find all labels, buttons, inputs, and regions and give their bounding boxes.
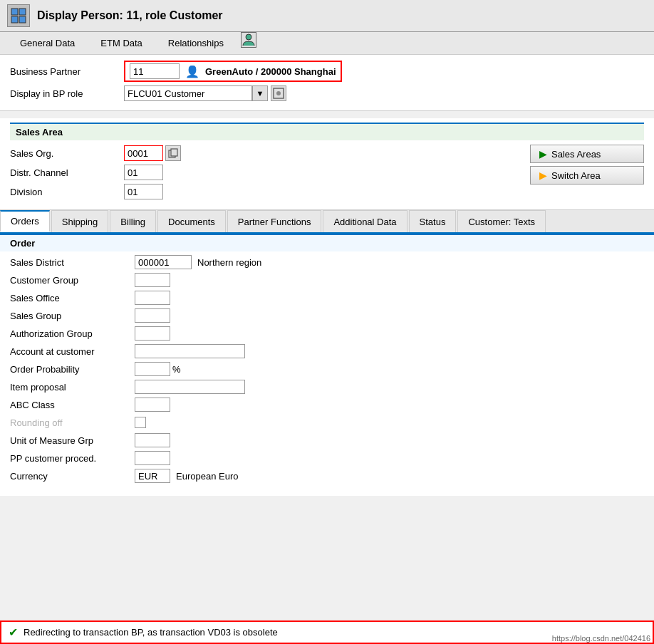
order-section: Order Sales District Northern region Cus… xyxy=(0,234,654,496)
copy-org-icon[interactable] xyxy=(165,145,181,161)
order-row-rounding: Rounding off xyxy=(10,415,644,430)
sales-org-row: Sales Org. xyxy=(10,145,530,162)
order-row-customer-group: Customer Group xyxy=(10,272,644,288)
switch-area-icon: ▶ xyxy=(539,170,547,181)
label-sales-district: Sales District xyxy=(10,257,135,268)
status-message: Redirecting to transaction BP, as transa… xyxy=(24,627,278,638)
distr-channel-label: Distr. Channel xyxy=(10,167,124,178)
label-currency: Currency xyxy=(10,471,135,482)
order-row-uom: Unit of Measure Grp xyxy=(10,432,644,448)
app-icon xyxy=(7,4,30,27)
svg-rect-3 xyxy=(19,16,26,23)
label-account: Account at customer xyxy=(10,346,135,357)
business-partner-form: Business Partner 👤 GreenAuto / 200000 Sh… xyxy=(0,55,654,111)
percent-sign: % xyxy=(172,364,181,375)
order-row-currency: Currency European Euro xyxy=(10,468,644,484)
sales-area-section: Sales Area Sales Org. Distr. Channel Div… xyxy=(0,118,654,210)
tab-additional-data[interactable]: Additional Data xyxy=(323,210,407,232)
order-form: Sales District Northern region Customer … xyxy=(0,251,654,489)
tab-status[interactable]: Status xyxy=(409,210,457,232)
input-account[interactable] xyxy=(135,344,245,358)
watermark: https://blog.csdn.net/042416 xyxy=(552,634,650,643)
svg-rect-2 xyxy=(11,16,18,23)
label-pp: PP customer proced. xyxy=(10,453,135,464)
value-currency: European Euro xyxy=(176,471,238,482)
role-input[interactable] xyxy=(124,85,252,101)
svg-rect-8 xyxy=(171,149,177,156)
order-row-sales-office: Sales Office xyxy=(10,290,644,306)
tab-relationships[interactable]: Relationships xyxy=(155,32,237,54)
checkbox-rounding[interactable] xyxy=(135,417,146,428)
order-row-abc-class: ABC Class xyxy=(10,397,644,412)
bp-row: Business Partner 👤 GreenAuto / 200000 Sh… xyxy=(10,61,644,82)
input-item-proposal[interactable] xyxy=(135,380,245,394)
tab-partner-functions[interactable]: Partner Functions xyxy=(227,210,322,232)
tab-shipping[interactable]: Shipping xyxy=(51,210,109,232)
status-ok-icon: ✔ xyxy=(9,625,18,639)
tab-billing[interactable]: Billing xyxy=(110,210,156,232)
sales-areas-button[interactable]: ▶ Sales Areas xyxy=(530,145,644,163)
order-section-header: Order xyxy=(0,234,654,251)
distr-channel-input[interactable] xyxy=(124,165,163,180)
tab-etm-data[interactable]: ETM Data xyxy=(88,32,155,54)
label-auth-group: Authorization Group xyxy=(10,328,135,339)
person-icon: 👤 xyxy=(185,65,199,78)
svg-point-4 xyxy=(246,34,251,40)
input-sales-district[interactable] xyxy=(135,255,192,269)
division-row: Division xyxy=(10,183,530,200)
bp-number-input[interactable] xyxy=(130,63,180,79)
input-pp[interactable] xyxy=(135,451,170,465)
order-row-sales-district: Sales District Northern region xyxy=(10,254,644,270)
tab-customer-texts[interactable]: Customer: Texts xyxy=(457,210,546,232)
input-sales-group[interactable] xyxy=(135,308,170,323)
input-sales-office[interactable] xyxy=(135,291,170,305)
division-input[interactable] xyxy=(124,184,163,199)
distr-channel-row: Distr. Channel xyxy=(10,164,530,181)
label-rounding: Rounding off xyxy=(10,417,135,428)
label-sales-office: Sales Office xyxy=(10,293,135,303)
svg-point-6 xyxy=(276,91,281,95)
label-abc-class: ABC Class xyxy=(10,400,135,410)
input-uom[interactable] xyxy=(135,433,170,447)
input-probability[interactable] xyxy=(135,362,170,376)
order-row-account: Account at customer xyxy=(10,343,644,359)
order-row-item-proposal: Item proposal xyxy=(10,379,644,395)
order-row-sales-group: Sales Group xyxy=(10,308,644,323)
input-customer-group[interactable] xyxy=(135,273,170,287)
input-auth-group[interactable] xyxy=(135,326,170,341)
label-probability: Order Probability xyxy=(10,364,135,375)
order-row-pp: PP customer proced. xyxy=(10,450,644,466)
sales-areas-label: Sales Areas xyxy=(551,149,601,160)
tab-orders[interactable]: Orders xyxy=(0,210,50,232)
title-bar: Display Person: 11, role Customer xyxy=(0,0,654,32)
order-row-auth-group: Authorization Group xyxy=(10,326,644,341)
relationships-icon[interactable] xyxy=(241,32,256,48)
division-label: Division xyxy=(10,187,124,197)
input-currency[interactable] xyxy=(135,469,170,483)
sub-tab-bar: Orders Shipping Billing Documents Partne… xyxy=(0,210,654,234)
bp-name: GreenAuto / 200000 Shanghai xyxy=(205,66,336,77)
bp-label: Business Partner xyxy=(10,66,124,77)
sales-org-label: Sales Org. xyxy=(10,148,124,159)
order-row-probability: Order Probability % xyxy=(10,361,644,377)
sales-areas-icon: ▶ xyxy=(539,148,547,160)
tab-documents[interactable]: Documents xyxy=(157,210,226,232)
tab-general-data[interactable]: General Data xyxy=(7,32,88,54)
page-title: Display Person: 11, role Customer xyxy=(37,9,223,22)
dropdown-icon[interactable]: ▼ xyxy=(252,85,268,101)
settings-icon[interactable] xyxy=(271,85,286,101)
role-row: Display in BP role ▼ xyxy=(10,85,644,102)
label-customer-group: Customer Group xyxy=(10,275,135,286)
sales-area-header: Sales Area xyxy=(10,123,644,140)
sales-org-input[interactable] xyxy=(124,145,163,161)
role-label: Display in BP role xyxy=(10,88,124,99)
sales-area-buttons: ▶ Sales Areas ▶ Switch Area xyxy=(530,145,644,185)
switch-area-label: Switch Area xyxy=(551,170,601,181)
label-item-proposal: Item proposal xyxy=(10,382,135,393)
svg-rect-0 xyxy=(11,9,18,15)
label-sales-group: Sales Group xyxy=(10,311,135,321)
input-abc-class[interactable] xyxy=(135,398,170,412)
switch-area-button[interactable]: ▶ Switch Area xyxy=(530,166,644,185)
main-tab-bar: General Data ETM Data Relationships xyxy=(0,32,654,55)
bp-box: 👤 GreenAuto / 200000 Shanghai xyxy=(124,61,342,82)
